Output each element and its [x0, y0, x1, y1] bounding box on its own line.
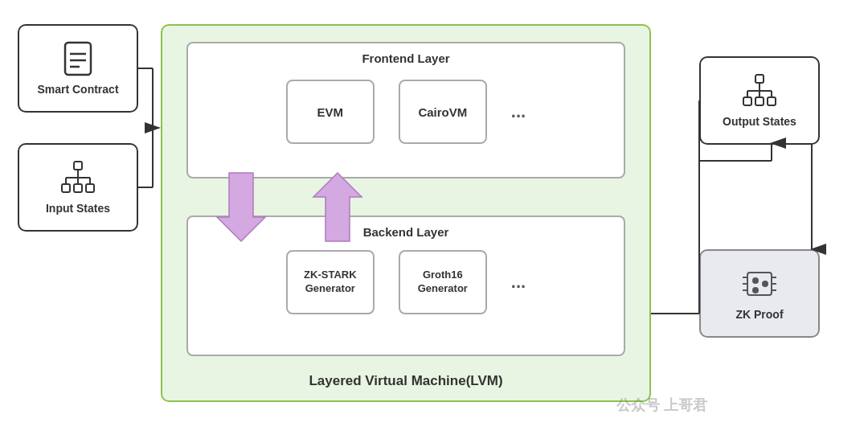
svg-point-24 [762, 281, 768, 287]
frontend-layer-box: Frontend Layer EVM CairoVM ... [186, 42, 625, 178]
smart-contract-box: Smart Contract [18, 24, 138, 113]
input-states-icon [60, 160, 96, 195]
zk-proof-box: ZK Proof [699, 249, 820, 338]
zkstark-box: ZK-STARKGenerator [286, 250, 375, 314]
svg-rect-6 [74, 184, 82, 192]
svg-point-23 [752, 277, 759, 284]
svg-rect-4 [74, 162, 82, 170]
svg-rect-13 [755, 75, 764, 83]
lvm-box: Frontend Layer EVM CairoVM ... Backend L… [161, 24, 651, 402]
groth16-box: Groth16Generator [399, 250, 487, 314]
contract-icon [60, 41, 96, 76]
svg-rect-15 [755, 97, 764, 105]
backend-label: Backend Layer [188, 225, 624, 239]
output-states-box: Output States [699, 56, 820, 145]
zk-proof-icon [739, 266, 780, 302]
frontend-dots: ... [511, 101, 526, 122]
svg-point-25 [752, 287, 759, 293]
input-states-label: Input States [46, 202, 110, 215]
vm-boxes-container: EVM CairoVM ... [188, 80, 624, 144]
evm-box: EVM [286, 80, 375, 144]
lvm-label: Layered Virtual Machine(LVM) [162, 373, 649, 389]
frontend-label: Frontend Layer [188, 51, 624, 65]
output-states-icon [742, 73, 777, 109]
watermark: 公众号 上哥君 [616, 396, 707, 415]
svg-rect-14 [743, 97, 751, 105]
cairovm-box: CairoVM [399, 80, 487, 144]
gen-boxes-container: ZK-STARKGenerator Groth16Generator ... [188, 250, 624, 314]
output-states-label: Output States [723, 115, 796, 128]
svg-rect-5 [62, 184, 70, 192]
svg-rect-0 [65, 43, 91, 75]
backend-dots: ... [511, 272, 526, 293]
svg-rect-7 [86, 184, 94, 192]
input-states-box: Input States [18, 143, 138, 232]
zk-proof-label: ZK Proof [735, 308, 783, 321]
diagram-container: Frontend Layer EVM CairoVM ... Backend L… [0, 0, 868, 439]
smart-contract-label: Smart Contract [37, 83, 118, 96]
svg-rect-16 [768, 97, 776, 105]
backend-layer-box: Backend Layer ZK-STARKGenerator Groth16G… [186, 215, 625, 356]
